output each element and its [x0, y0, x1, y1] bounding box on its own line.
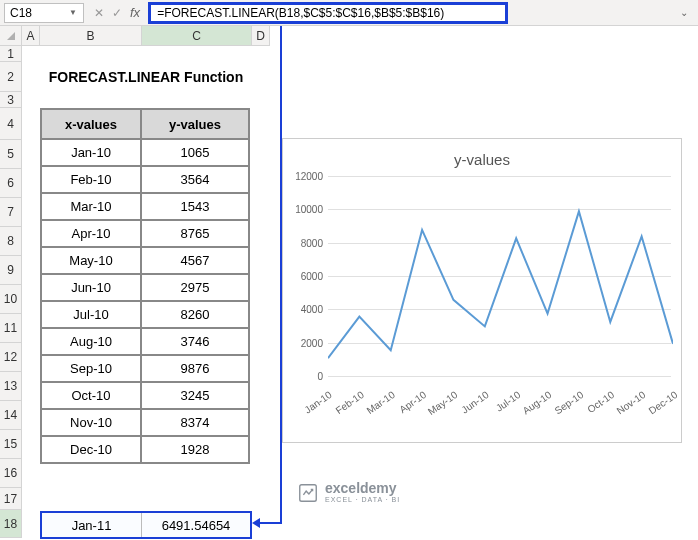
- x-tick-label: Jul-10: [494, 389, 523, 414]
- table-header-row: x-values y-values: [41, 109, 249, 139]
- cell-y[interactable]: 4567: [141, 247, 249, 274]
- chevron-down-icon[interactable]: ▼: [68, 8, 78, 18]
- cell-y[interactable]: 3245: [141, 382, 249, 409]
- chart-line-svg: [328, 176, 673, 376]
- grid-line: [328, 376, 671, 377]
- spreadsheet-grid: A B C D 1 2 3 4 5 6 7 8 9 10 11 12 13 14…: [0, 26, 698, 540]
- row-header-2[interactable]: 2: [0, 62, 22, 92]
- table-row: Jul-108260: [41, 301, 249, 328]
- row-header-11[interactable]: 11: [0, 314, 22, 343]
- chart-title: y-values: [283, 139, 681, 176]
- x-tick-label: Nov-10: [615, 389, 648, 417]
- cell-x[interactable]: Sep-10: [41, 355, 141, 382]
- col-header-D[interactable]: D: [252, 26, 270, 46]
- cell-y[interactable]: 1928: [141, 436, 249, 463]
- x-tick-label: Feb-10: [333, 389, 365, 416]
- cell-y[interactable]: 3564: [141, 166, 249, 193]
- cell-y[interactable]: 2975: [141, 274, 249, 301]
- formula-controls: ✕ ✓ fx: [94, 5, 140, 20]
- check-icon[interactable]: ✓: [112, 6, 122, 20]
- table-row: Jun-102975: [41, 274, 249, 301]
- cancel-icon[interactable]: ✕: [94, 6, 104, 20]
- x-tick-label: May-10: [426, 389, 460, 417]
- cell-x[interactable]: Oct-10: [41, 382, 141, 409]
- row-header-14[interactable]: 14: [0, 401, 22, 430]
- row-header-8[interactable]: 8: [0, 227, 22, 256]
- formula-bar-row: C18 ▼ ✕ ✓ fx =FORECAST.LINEAR(B18,$C$5:$…: [0, 0, 698, 26]
- table-row: Apr-108765: [41, 220, 249, 247]
- x-tick-label: Mar-10: [365, 389, 397, 416]
- chart-x-labels: Jan-10Feb-10Mar-10Apr-10May-10Jun-10Jul-…: [328, 380, 671, 420]
- table-row: Feb-103564: [41, 166, 249, 193]
- cell-y[interactable]: 8374: [141, 409, 249, 436]
- cell-y[interactable]: 9876: [141, 355, 249, 382]
- x-tick-label: Dec-10: [646, 389, 679, 417]
- x-tick-label: Jun-10: [460, 389, 491, 416]
- forecast-x: Jan-11: [42, 513, 142, 537]
- row-header-3[interactable]: 3: [0, 92, 22, 108]
- col-header-A[interactable]: A: [22, 26, 40, 46]
- header-y: y-values: [141, 109, 249, 139]
- cell-x[interactable]: Jul-10: [41, 301, 141, 328]
- cell-x[interactable]: Jun-10: [41, 274, 141, 301]
- chart[interactable]: y-values 020004000600080001000012000 Jan…: [282, 138, 682, 443]
- column-headers-row: A B C D: [0, 26, 698, 46]
- row-header-10[interactable]: 10: [0, 285, 22, 314]
- row-header-6[interactable]: 6: [0, 169, 22, 198]
- cell-y[interactable]: 8260: [141, 301, 249, 328]
- row-header-1[interactable]: 1: [0, 46, 22, 62]
- cell-x[interactable]: Jan-10: [41, 139, 141, 166]
- row-headers: 1 2 3 4 5 6 7 8 9 10 11 12 13 14 15 16 1…: [0, 46, 22, 540]
- formula-input[interactable]: =FORECAST.LINEAR(B18,$C$5:$C$16,$B$5:$B$…: [148, 2, 508, 24]
- cell-x[interactable]: Feb-10: [41, 166, 141, 193]
- brand-name: exceldemy: [325, 481, 400, 496]
- row-header-15[interactable]: 15: [0, 430, 22, 459]
- exceldemy-icon: [297, 482, 319, 504]
- x-tick-label: Oct-10: [586, 389, 617, 415]
- table-row: Oct-103245: [41, 382, 249, 409]
- y-tick-label: 8000: [288, 237, 323, 248]
- row-header-5[interactable]: 5: [0, 140, 22, 169]
- x-tick-label: Apr-10: [397, 389, 428, 415]
- row-header-16[interactable]: 16: [0, 459, 22, 488]
- cell-y[interactable]: 3746: [141, 328, 249, 355]
- data-table: x-values y-values Jan-101065Feb-103564Ma…: [40, 108, 250, 464]
- row-header-18[interactable]: 18: [0, 510, 22, 538]
- table-row: Mar-101543: [41, 193, 249, 220]
- name-box[interactable]: C18 ▼: [4, 3, 84, 23]
- y-tick-label: 10000: [288, 204, 323, 215]
- cell-y[interactable]: 1543: [141, 193, 249, 220]
- row-header-12[interactable]: 12: [0, 343, 22, 372]
- formula-text: =FORECAST.LINEAR(B18,$C$5:$C$16,$B$5:$B$…: [157, 6, 444, 20]
- fx-icon[interactable]: fx: [130, 5, 140, 20]
- col-header-B[interactable]: B: [40, 26, 142, 46]
- y-tick-label: 4000: [288, 304, 323, 315]
- cell-x[interactable]: Dec-10: [41, 436, 141, 463]
- row-header-17[interactable]: 17: [0, 488, 22, 510]
- table-row: Sep-109876: [41, 355, 249, 382]
- expand-formula-icon[interactable]: ⌄: [674, 7, 694, 18]
- row-header-7[interactable]: 7: [0, 198, 22, 227]
- x-tick-label: Aug-10: [521, 389, 554, 417]
- name-box-value: C18: [10, 6, 68, 20]
- cell-y[interactable]: 8765: [141, 220, 249, 247]
- y-tick-label: 12000: [288, 171, 323, 182]
- col-header-C[interactable]: C: [142, 26, 252, 46]
- cell-x[interactable]: Apr-10: [41, 220, 141, 247]
- row-header-13[interactable]: 13: [0, 372, 22, 401]
- cell-x[interactable]: Aug-10: [41, 328, 141, 355]
- row-header-4[interactable]: 4: [0, 108, 22, 140]
- select-all-corner[interactable]: [0, 26, 22, 46]
- cells-area[interactable]: FORECAST.LINEAR Function x-values y-valu…: [22, 46, 698, 540]
- y-tick-label: 0: [288, 371, 323, 382]
- cell-y[interactable]: 1065: [141, 139, 249, 166]
- row-header-9[interactable]: 9: [0, 256, 22, 285]
- chart-plot-area: 020004000600080001000012000: [328, 176, 671, 376]
- arrow-connector-h: [260, 522, 282, 524]
- cell-x[interactable]: May-10: [41, 247, 141, 274]
- forecast-row: Jan-11 6491.54654: [40, 511, 252, 539]
- table-row: Dec-101928: [41, 436, 249, 463]
- cell-x[interactable]: Nov-10: [41, 409, 141, 436]
- cell-x[interactable]: Mar-10: [41, 193, 141, 220]
- header-x: x-values: [41, 109, 141, 139]
